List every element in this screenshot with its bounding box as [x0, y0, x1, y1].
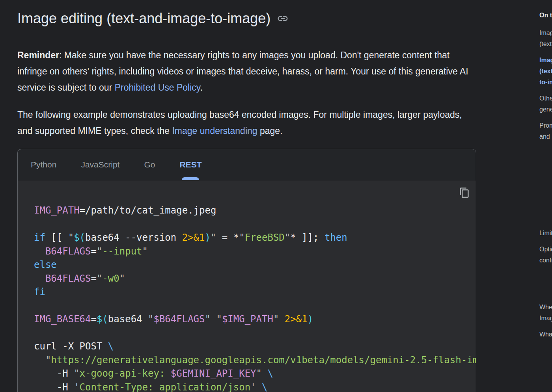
code-area: IMG_PATH=/path/to/cat_image.jpeg if [[ "…	[18, 180, 476, 392]
tab-python[interactable]: Python	[31, 149, 56, 180]
code-line: -H "x-goog-api-key: $GEMINI_API_KEY" \	[34, 367, 476, 381]
image-understanding-link[interactable]: Image understanding	[172, 126, 257, 136]
main-content: Image editing (text-and-image-to-image) …	[17, 0, 476, 392]
tab-bar: PythonJavaScriptGoREST	[18, 149, 476, 180]
code-line: fi	[34, 285, 476, 299]
on-this-page-sidebar: On this page Image generation (text-to-i…	[539, 12, 552, 345]
tab-go[interactable]: Go	[144, 149, 155, 180]
toc-item[interactable]: Image generation (text-to-image)	[539, 28, 552, 50]
code-line: if [[ "$(base64 --version 2>&1)" = *"Fre…	[34, 231, 476, 245]
toc-item[interactable]: What's next	[539, 329, 552, 340]
code-line: IMG_BASE64=$(base64 "$B64FLAGS" "$IMG_PA…	[34, 312, 476, 326]
code-line	[34, 217, 476, 231]
tab-rest[interactable]: REST	[179, 149, 201, 180]
toc-item[interactable]: Image editing (text-and-image-to-image)	[539, 55, 552, 88]
example-text-end: page.	[257, 126, 283, 136]
code-line	[34, 326, 476, 340]
code-block: IMG_PATH=/path/to/cat_image.jpeg if [[ "…	[34, 204, 476, 392]
code-line: curl -X POST \	[34, 340, 476, 353]
prohibited-use-policy-link[interactable]: Prohibited Use Policy	[115, 82, 200, 93]
toc-heading: On this page	[539, 12, 552, 19]
toc-item[interactable]: Optional configuration	[539, 244, 552, 266]
toc-item[interactable]: When to use Imagen	[539, 302, 552, 324]
code-line: else	[34, 258, 476, 272]
reminder-period: .	[200, 82, 203, 93]
reminder-label: Reminder	[17, 50, 59, 60]
code-line: "https://generativelanguage.googleapis.c…	[34, 353, 476, 367]
anchor-link-icon[interactable]	[277, 13, 289, 24]
toc-item[interactable]: Limitations	[539, 228, 552, 239]
reminder-text: : Make sure you have the necessary right…	[17, 50, 468, 93]
reminder-paragraph: Reminder: Make sure you have the necessa…	[17, 47, 476, 96]
code-line: B64FLAGS="--input"	[34, 245, 476, 258]
code-line: IMG_PATH=/path/to/cat_image.jpeg	[34, 204, 476, 217]
example-paragraph: The following example demonstrates uploa…	[17, 107, 476, 139]
toc-list: Image generation (text-to-image)Image ed…	[539, 28, 552, 340]
code-line	[34, 299, 476, 313]
tab-javascript[interactable]: JavaScript	[81, 149, 119, 180]
code-sample-card: PythonJavaScriptGoREST IMG_PATH=/path/to…	[17, 149, 476, 392]
copy-icon	[459, 187, 470, 198]
toc-item[interactable]: Other image generation modes	[539, 93, 552, 115]
page-title-text: Image editing (text-and-image-to-image)	[17, 10, 270, 27]
code-line: -H 'Content-Type: application/json' \	[34, 381, 476, 392]
toc-item[interactable]: Prompting guide and strategies	[539, 120, 552, 142]
page-title: Image editing (text-and-image-to-image)	[17, 10, 476, 27]
code-line: B64FLAGS="-w0"	[34, 272, 476, 286]
copy-code-button[interactable]	[459, 187, 470, 198]
